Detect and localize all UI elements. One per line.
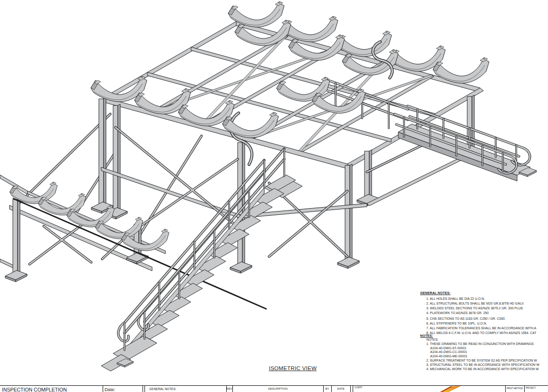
general-notes-title: GENERAL NOTES:: [420, 291, 536, 295]
note-drawing-ref: A104-40-DWG-CC-00001: [426, 350, 539, 354]
base-plate: [337, 257, 359, 268]
client-logo: [436, 386, 465, 392]
inspection-completion-label: INSPECTION COMPLETION: [2, 387, 67, 392]
general-notes-cell-label: GENERAL NOTES:: [149, 387, 176, 391]
note: 1. THESE DRAWING TO BE READ IN CONJUNCTI…: [426, 342, 539, 346]
general-note: 4. PLATEWORK TO AS/NZS 3678 GR. 250: [426, 311, 536, 316]
general-note: 5. CHS SECTIONS TO AS 1163 GR. C250 / GR…: [426, 316, 536, 321]
notes-heading: NOTES:: [426, 338, 539, 342]
notes-title: NOTES:: [420, 334, 539, 337]
rev-column-header: REV: [226, 387, 232, 390]
general-note: 2. ALL STRUCTURAL BOLTS SHALL BE M20 GR.…: [426, 301, 536, 306]
note: 3. STRUCTURAL STEEL TO BE IN ACCORDANCE …: [426, 363, 539, 367]
general-notes-block: GENERAL NOTES: 1. ALL HOLES SHALL BE DIA…: [420, 291, 536, 335]
general-note: 3. WELDED STEEL SECTIONS TO AS/NZS 3679.…: [426, 306, 536, 311]
base-plate: [126, 252, 148, 264]
client-label: CLIENT:: [355, 386, 363, 389]
walkway-ramp: [394, 106, 537, 181]
stair-treads: [126, 175, 296, 354]
base-plate: [230, 262, 252, 273]
general-note: 7. ALL FABRICATION TOLERANCES SHALL BE I…: [426, 326, 536, 331]
description-column-header: DESCRIPTION: [232, 387, 323, 390]
note: 4. MECHANICAL WORK TO BE IN ACCORDANCE W…: [426, 367, 539, 372]
general-note: 1. ALL HOLES SHALL BE DIA 22 U.O.N.: [426, 296, 536, 301]
note-drawing-ref: A104-40-DWG-ME-00001: [426, 354, 539, 359]
print-method-label: PRINT METHOD: [507, 387, 523, 390]
by-column-header: BY: [323, 387, 331, 390]
project-label: PROJECT:: [526, 387, 536, 389]
base-plate: [5, 270, 27, 282]
date-label: Date:: [105, 387, 115, 392]
title-block: INSPECTION COMPLETION Date: GENERAL NOTE…: [0, 385, 548, 392]
drawing-sheet: GENERAL NOTES: 1. ALL HOLES SHALL BE DIA…: [0, 0, 548, 392]
note-drawing-ref: A104-40-DWG-ST-00001: [426, 346, 539, 351]
view-title: ISOMETRIC VIEW: [264, 365, 321, 371]
date-column-header: DATE: [331, 387, 350, 390]
note: 2. SURFACE TREATMENT TO BE SYSTEM S2 AS …: [426, 359, 539, 363]
general-note: 6. ALL STIFFENERS TO BE 10PL. U.O.N.: [426, 321, 536, 326]
notes-block: NOTES: NOTES: 1. THESE DRAWING TO BE REA…: [420, 334, 539, 371]
